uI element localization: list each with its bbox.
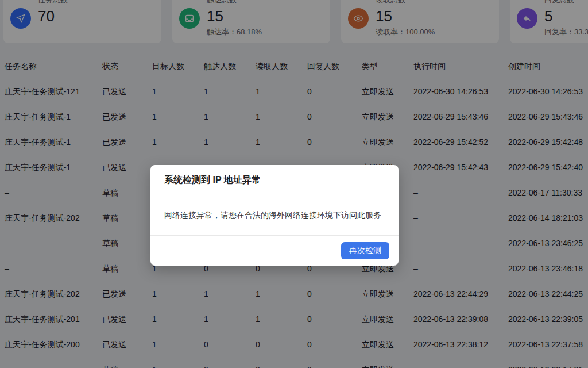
retry-check-button[interactable]: 再次检测 (341, 242, 389, 259)
dialog-message: 网络连接异常，请您在合法的海外网络连接环境下访问此服务 (150, 196, 399, 236)
ip-warning-dialog: 系统检测到 IP 地址异常 网络连接异常，请您在合法的海外网络连接环境下访问此服… (150, 165, 399, 266)
dialog-header: 系统检测到 IP 地址异常 (150, 165, 399, 196)
dialog-title: 系统检测到 IP 地址异常 (164, 174, 261, 186)
dialog-footer: 再次检测 (150, 236, 399, 265)
